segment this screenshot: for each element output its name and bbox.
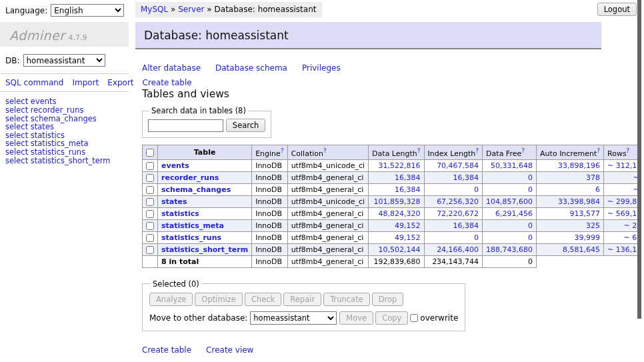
adminer-version[interactable]: 4.7.9 [69,33,87,42]
table-name-link[interactable]: statistics [161,209,199,218]
data-length-cell-link[interactable]: 16,384 [395,173,421,182]
breadcrumb-link[interactable]: Server [178,5,204,14]
database-nav-link[interactable]: Database schema [215,63,287,73]
data-length-cell-link[interactable]: 101,859,328 [374,197,421,206]
auto-increment-cell: 913,577 [537,207,604,219]
adminer-logo-text[interactable]: Adminer [9,28,65,43]
tables-header-row: TableEngine?Collation?Data Length?Index … [143,145,644,160]
move-db-select[interactable]: homeassistant [250,311,337,325]
table-name-link[interactable]: events [161,161,189,170]
sidebar-select-link[interactable]: select states [5,123,123,131]
row-checkbox-cell [143,231,158,243]
column-header-label: Collation [291,149,323,158]
header-checkbox-cell [143,145,158,160]
truncate-button[interactable]: Truncate [323,293,370,306]
column-help-icon[interactable]: ? [597,147,600,154]
database-nav-link[interactable]: Alter database [142,63,201,73]
sidebar-action-link[interactable]: Export [107,78,133,87]
check-button[interactable]: Check [245,293,281,306]
row-checkbox[interactable] [146,222,154,230]
auto-increment-cell-link[interactable]: 39,999 [575,233,601,242]
auto-increment-cell-link[interactable]: 8,581,645 [563,245,600,254]
data-free-cell-link[interactable]: 188,743,680 [486,245,533,254]
collation-cell: utf8mb4_general_ci [287,171,368,183]
column-help-icon[interactable]: ? [521,147,525,154]
data-free-cell-link[interactable]: 0 [528,221,533,230]
data-free-cell-link[interactable]: 6,291,456 [495,209,533,218]
row-checkbox[interactable] [146,210,154,218]
copy-button[interactable]: Copy [375,311,408,325]
column-help-icon[interactable]: ? [323,147,327,154]
data-length-cell-link[interactable]: 16,384 [395,185,421,194]
sidebar-action-link[interactable]: Import [72,78,99,87]
data-free-cell-link[interactable]: 50,331,648 [491,161,533,170]
search-button[interactable]: Search [226,119,266,132]
index-length-cell: 16,384 [424,219,483,231]
sidebar-select-link[interactable]: select statistics_short_term [5,157,123,165]
auto-increment-cell-link[interactable]: 378 [586,173,600,182]
analyze-button[interactable]: Analyze [149,293,193,306]
index-length-cell-link[interactable]: 67,256,320 [437,197,479,206]
index-length-cell-link[interactable]: 0 [474,233,479,242]
tables-tbody: eventsInnoDButf8mb4_unicode_ci31,522,816… [143,159,644,267]
auto-increment-cell-link[interactable]: 33,898,196 [558,161,600,170]
create-link[interactable]: Create table [142,345,191,355]
row-checkbox[interactable] [146,234,154,242]
breadcrumb-link[interactable]: MySQL [141,5,168,14]
sidebar-select-link[interactable]: select statistics_runs [5,148,123,157]
database-nav-link[interactable]: Privileges [302,63,341,73]
vertical-scrollbar[interactable] [637,0,644,362]
move-button[interactable]: Move [339,311,373,325]
table-name-link[interactable]: schema_changes [161,185,231,194]
auto-increment-cell-link[interactable]: 6 [595,185,600,194]
index-length-cell-link[interactable]: 16,384 [453,221,479,230]
table-name-link[interactable]: recorder_runs [161,173,219,182]
engine-cell: InnoDB [252,231,287,243]
overwrite-label[interactable]: overwrite [420,313,458,323]
repair-button[interactable]: Repair [283,293,321,306]
sidebar-action-link[interactable]: SQL command [5,78,63,87]
column-help-icon[interactable]: ? [417,147,421,154]
column-help-icon[interactable]: ? [475,147,479,154]
row-checkbox[interactable] [146,174,154,182]
auto-increment-cell-link[interactable]: 33,398,984 [558,197,600,206]
row-checkbox[interactable] [146,246,154,254]
data-free-cell-link[interactable]: 104,857,600 [486,197,533,206]
row-checkbox[interactable] [146,162,154,170]
data-free-cell-link[interactable]: 0 [528,185,533,194]
table-name-link[interactable]: statistics_runs [161,233,221,242]
logout-button[interactable]: Logout [597,3,637,16]
index-length-cell-link[interactable]: 72,220,672 [437,209,479,218]
language-select[interactable]: English [51,4,124,17]
row-checkbox[interactable] [146,186,154,194]
table-name-link[interactable]: states [161,197,187,206]
search-input[interactable] [148,119,223,132]
row-checkbox[interactable] [146,198,154,206]
select-all-checkbox[interactable] [146,149,154,157]
index-length-cell-link[interactable]: 16,384 [453,173,479,182]
data-free-cell-link[interactable]: 0 [528,173,533,182]
data-length-cell-link[interactable]: 31,522,816 [379,161,421,170]
column-help-icon[interactable]: ? [627,147,630,154]
data-free-cell-link[interactable]: 0 [528,233,533,242]
data-length-cell-link[interactable]: 48,824,320 [379,209,421,218]
data-length-cell-link[interactable]: 10,502,144 [379,245,421,254]
data-free-cell: 0 [483,219,537,231]
optimize-button[interactable]: Optimize [195,293,243,306]
table-name-link[interactable]: statistics_meta [161,221,224,230]
data-length-cell-link[interactable]: 49,152 [395,233,421,242]
index-length-cell-link[interactable]: 24,166,400 [437,245,479,254]
drop-button[interactable]: Drop [372,293,404,306]
index-length-cell-link[interactable]: 70,467,584 [437,161,479,170]
column-help-icon[interactable]: ? [281,147,284,154]
scrollbar-thumb[interactable] [637,0,641,319]
db-select[interactable]: homeassistant [23,54,105,67]
data-length-cell-link[interactable]: 49,152 [395,221,421,230]
auto-increment-cell-link[interactable]: 913,577 [570,209,601,218]
auto-increment-cell-link[interactable]: 325 [586,221,600,230]
table-name-link[interactable]: statistics_short_term [161,245,248,254]
sidebar-select-link[interactable]: select recorder_runs [5,106,123,115]
index-length-cell-link[interactable]: 0 [474,185,479,194]
create-link[interactable]: Create view [206,345,253,355]
overwrite-checkbox[interactable] [410,314,418,322]
